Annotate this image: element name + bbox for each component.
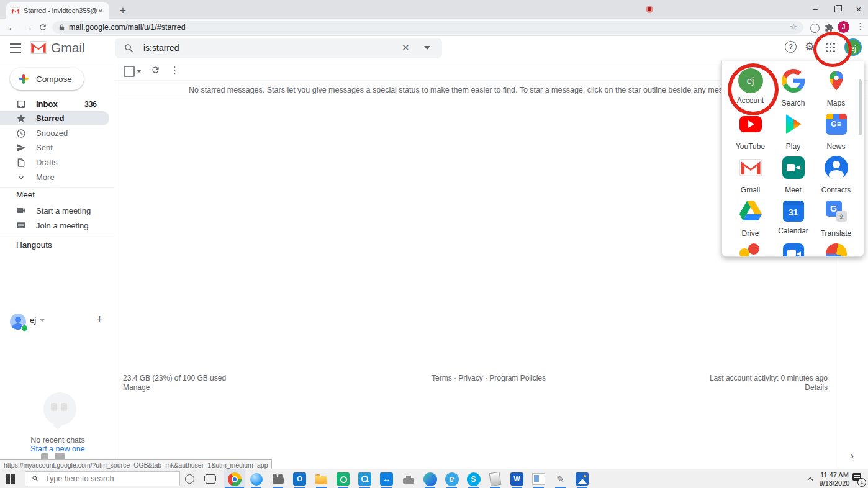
app-item-news[interactable]: G≡ News [815, 112, 857, 151]
start-new-chat-link[interactable]: Start a new one [0, 445, 115, 453]
last-activity-text: Last account activity: 0 minutes ago [641, 374, 828, 382]
select-all-checkbox[interactable] [124, 66, 135, 77]
reload-icon[interactable] [38, 23, 47, 32]
app-item-play[interactable]: Play [772, 112, 815, 151]
hangouts-user-caret-icon[interactable] [40, 319, 45, 322]
app-item-partial-photos[interactable] [729, 243, 772, 257]
sidebar-item-more[interactable]: More [0, 170, 109, 184]
browser-profile-avatar[interactable]: J [838, 21, 849, 33]
photos-icon [739, 243, 762, 257]
taskbar-search-input[interactable] [44, 474, 171, 484]
online-status-dot [21, 325, 28, 332]
bookmark-star-icon[interactable]: ☆ [790, 22, 797, 32]
divider [0, 235, 115, 235]
app-item-youtube[interactable]: YouTube [729, 112, 772, 151]
show-side-panel-icon[interactable]: › [851, 450, 854, 461]
calendar-icon: 31 [783, 201, 804, 222]
gmail-logo-icon [30, 41, 47, 54]
app-item-drive[interactable]: Drive [729, 199, 772, 238]
join-meeting-item[interactable]: Join a meeting [0, 218, 115, 233]
app-item-calendar[interactable]: 31 Calendar [772, 199, 815, 235]
taskbar-teamviewer-icon[interactable]: ↔ [376, 469, 397, 488]
taskbar-apps: O ↔ e S W ✎ [224, 469, 593, 488]
sidebar-item-starred[interactable]: Starred [0, 111, 109, 125]
browser-tab[interactable]: Starred - invidtech355@gmail.co × [6, 2, 109, 19]
sidebar-item-inbox[interactable]: Inbox 336 [0, 97, 109, 111]
sidebar-item-drafts[interactable]: Drafts [0, 155, 109, 169]
new-tab-button[interactable]: + [115, 3, 130, 18]
policy-links[interactable]: Terms · Privacy · Program Policies [432, 374, 546, 382]
popup-scrollbar[interactable] [859, 79, 862, 135]
notification-center-icon[interactable]: 1 [852, 473, 865, 486]
sidebar-item-snoozed[interactable]: Snoozed [0, 126, 109, 140]
search-input[interactable] [142, 42, 405, 53]
translate-icon: G文 [826, 201, 847, 222]
forward-icon[interactable]: → [24, 21, 33, 34]
gmail-favicon [11, 7, 20, 14]
taskbar-edge-icon[interactable] [419, 469, 441, 488]
taskbar-file-explorer-icon[interactable] [310, 469, 332, 488]
draft-file-icon [16, 158, 26, 168]
taskbar-window-app-icon[interactable] [528, 469, 549, 488]
gmail-app-icon [739, 159, 762, 176]
window-close-button[interactable]: × [848, 0, 868, 17]
send-icon [16, 143, 26, 153]
circle-extension-icon[interactable] [810, 24, 820, 33]
search-box[interactable]: ✕ [115, 38, 442, 58]
help-icon[interactable]: ? [785, 41, 797, 53]
news-icon: G≡ [826, 114, 847, 135]
taskbar-skype-icon[interactable]: S [463, 469, 484, 488]
browser-menu-icon[interactable]: ⋮ [856, 21, 865, 31]
app-item-contacts[interactable]: Contacts [815, 155, 857, 194]
taskbar-notepad-icon[interactable] [484, 469, 506, 488]
taskbar-chrome-icon[interactable] [224, 469, 245, 488]
taskbar-photos-icon[interactable] [571, 469, 593, 488]
app-item-translate[interactable]: G文 Translate [815, 199, 857, 238]
taskbar-greenshot-icon[interactable] [332, 469, 354, 488]
google-colored-icon [826, 243, 847, 257]
app-item-partial-g[interactable] [815, 243, 857, 257]
back-icon[interactable]: ← [7, 21, 17, 34]
main-menu-icon[interactable] [10, 43, 21, 53]
app-item-partial-duo[interactable] [772, 243, 815, 257]
new-conversation-button[interactable]: + [96, 313, 103, 326]
taskbar-pencil-app-icon[interactable]: ✎ [549, 469, 571, 488]
window-restore-button[interactable] [827, 0, 848, 17]
hangouts-user-name[interactable]: ej [30, 315, 36, 325]
more-options-icon[interactable]: ⋮ [170, 65, 179, 76]
sidebar-item-sent[interactable]: Sent [0, 140, 109, 155]
clear-search-icon[interactable]: ✕ [402, 42, 410, 53]
taskbar-outlook-icon[interactable]: O [289, 469, 310, 488]
search-icon[interactable] [124, 43, 135, 54]
browser-toolbar: ← → mail.google.com/mail/u/1/#starred ☆ … [0, 19, 868, 36]
app-item-meet[interactable]: Meet [772, 155, 815, 194]
chevron-down-icon [16, 173, 26, 183]
cortana-icon[interactable] [185, 474, 194, 484]
app-item-gmail[interactable]: Gmail [729, 155, 772, 194]
taskbar-search-box[interactable] [25, 471, 180, 486]
extensions-puzzle-icon[interactable] [825, 23, 834, 32]
compose-button[interactable]: Compose [10, 68, 84, 90]
taskbar-word-icon[interactable]: W [506, 469, 528, 488]
inbox-icon [16, 99, 26, 109]
app-item-maps[interactable]: Maps [815, 68, 857, 107]
taskbar-internet-explorer-icon[interactable]: e [441, 469, 463, 488]
start-button-icon[interactable] [6, 474, 15, 484]
tray-chevron-up-icon[interactable] [807, 476, 813, 482]
select-caret-icon[interactable] [137, 70, 142, 73]
taskbar-gray-app-icon[interactable] [397, 469, 419, 488]
refresh-icon[interactable] [151, 65, 160, 75]
tray-clock[interactable]: 11:47 AM 9/18/2020 [818, 471, 851, 487]
taskbar-screen-recorder-icon[interactable] [267, 469, 289, 488]
task-view-icon[interactable] [206, 474, 215, 484]
address-bar[interactable]: mail.google.com/mail/u/1/#starred ☆ [52, 21, 803, 34]
tab-close-icon[interactable]: × [98, 7, 103, 15]
start-meeting-item[interactable]: Start a meeting [0, 203, 115, 218]
search-options-caret-icon[interactable] [424, 46, 430, 50]
gmail-logo-text: Gmail [51, 40, 85, 55]
taskbar-search-app-icon[interactable] [354, 469, 376, 488]
taskbar-cortana-sphere-icon[interactable] [245, 469, 267, 488]
window-minimize-button[interactable]: – [805, 0, 826, 17]
activity-details-link[interactable]: Details [641, 383, 828, 392]
manage-storage-link[interactable]: Manage [123, 383, 150, 392]
